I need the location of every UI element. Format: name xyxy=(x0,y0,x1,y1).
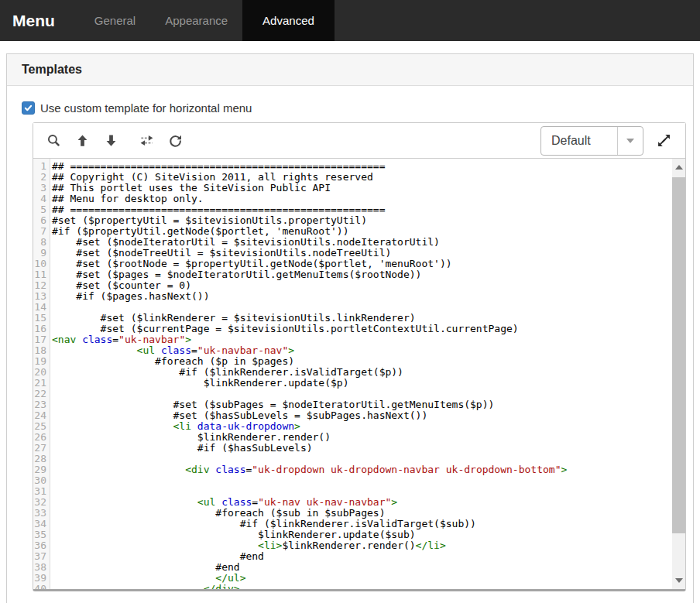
template-code-editor: Default 1## ============================ xyxy=(33,122,686,591)
code-line: 18 <ul class="uk-navbar-nav"> xyxy=(33,345,672,356)
line-number: 19 xyxy=(33,356,46,367)
line-number: 27 xyxy=(33,443,46,454)
code-lines: 1## ====================================… xyxy=(33,161,672,589)
line-number: 40 xyxy=(33,584,46,589)
search-icon xyxy=(46,133,61,148)
chevron-down-icon xyxy=(626,139,634,143)
code-line: 27 #if ($hasSubLevels) xyxy=(33,443,672,454)
refresh-button[interactable] xyxy=(167,133,183,149)
line-number: 8 xyxy=(33,237,46,248)
code-line: 10 #set ($rootNode = $propertyUtil.getNo… xyxy=(33,259,672,269)
scrollbar-up-button[interactable] xyxy=(672,159,685,176)
code-line: 40 </div> xyxy=(33,584,672,589)
code-line: 12 #set ($counter = 0) xyxy=(33,280,672,291)
line-number: 9 xyxy=(33,248,46,259)
scrollbar-track[interactable] xyxy=(672,159,685,589)
custom-template-checkbox[interactable] xyxy=(22,101,35,115)
line-number: 28 xyxy=(33,454,46,464)
expand-icon xyxy=(656,132,672,149)
code-line: 6#set ($propertyUtil = $sitevisionUtils.… xyxy=(33,215,672,226)
fullscreen-button[interactable] xyxy=(654,132,673,150)
code-line: 39 </ul> xyxy=(33,573,672,584)
code-line: 4## Menu for desktop only. xyxy=(33,194,672,204)
template-select[interactable]: Default xyxy=(540,126,643,156)
code-line: 2## Copyright (C) SiteVision 2011, all r… xyxy=(33,172,672,183)
templates-panel: Templates Use custom template for horizo… xyxy=(6,53,694,603)
scrollbar-down-button[interactable] xyxy=(672,572,685,589)
line-number: 32 xyxy=(33,497,46,508)
code-line: 33 #foreach ($sub in $subPages) xyxy=(33,508,672,519)
tab-appearance[interactable]: Appearance xyxy=(150,0,242,41)
line-number: 26 xyxy=(33,432,46,443)
line-number: 2 xyxy=(33,172,46,183)
line-number: 14 xyxy=(33,302,46,313)
scrollbar-thumb[interactable] xyxy=(672,177,685,533)
code-line: 32 <ul class="uk-nav uk-nav-navbar"> xyxy=(33,497,672,508)
line-number: 33 xyxy=(33,508,46,519)
line-number: 20 xyxy=(33,367,46,378)
line-number: 1 xyxy=(33,161,46,172)
code-line: 30 xyxy=(33,475,672,486)
code-line: 9 #set ($nodeTreeUtil = $sitevisionUtils… xyxy=(33,248,672,259)
tab-general[interactable]: General xyxy=(80,0,150,41)
search-button[interactable] xyxy=(46,133,61,149)
line-number: 3 xyxy=(33,183,46,194)
code-line: 8 #set ($nodeIteratorUtil = $sitevisionU… xyxy=(33,237,672,248)
line-number: 15 xyxy=(33,313,46,324)
find-previous-button[interactable] xyxy=(74,133,90,149)
code-line: 31 xyxy=(33,486,672,497)
line-number: 25 xyxy=(33,421,46,432)
section-title: Templates xyxy=(7,54,693,86)
line-number: 38 xyxy=(33,562,46,573)
line-number: 12 xyxy=(33,280,46,291)
code-line: 23 #set ($subPages = $nodeIteratorUtil.g… xyxy=(33,399,672,410)
code-line: 13 #if ($pages.hasNext()) xyxy=(33,291,672,302)
portlet-settings-topbar: Menu General Appearance Advanced xyxy=(0,0,700,41)
code-editor-textarea[interactable]: 1## ====================================… xyxy=(33,159,685,589)
find-next-button[interactable] xyxy=(103,133,118,149)
line-number: 17 xyxy=(33,334,46,345)
checkbox-label: Use custom template for horizontal menu xyxy=(40,101,252,115)
replace-button[interactable] xyxy=(139,133,154,149)
code-line: 37 #end xyxy=(33,551,672,562)
line-number: 11 xyxy=(33,269,46,280)
panel-body: Use custom template for horizontal menu xyxy=(7,86,693,591)
line-number: 16 xyxy=(33,324,46,334)
line-number: 13 xyxy=(33,291,46,302)
code-line: 7#if ($propertyUtil.getNode($portlet, 'm… xyxy=(33,226,672,237)
triangle-up-icon xyxy=(675,165,683,170)
line-number: 34 xyxy=(33,519,46,529)
line-number: 18 xyxy=(33,345,46,356)
template-select-caret[interactable] xyxy=(617,127,643,155)
settings-tabs: General Appearance Advanced xyxy=(80,0,335,41)
line-number: 7 xyxy=(33,226,46,237)
line-number: 36 xyxy=(33,540,46,551)
swap-arrows-icon xyxy=(139,133,154,148)
page-title: Menu xyxy=(0,0,69,41)
tab-advanced[interactable]: Advanced xyxy=(242,0,335,41)
code-line: 11 #set ($pages = $nodeIteratorUtil.getM… xyxy=(33,269,672,280)
code-line: 19 #foreach ($p in $pages) xyxy=(33,356,672,367)
line-number: 29 xyxy=(33,464,46,475)
arrow-down-icon xyxy=(104,133,118,148)
code-line: 16 #set ($currentPage = $sitevisionUtils… xyxy=(33,324,672,334)
code-line: 15 #set ($linkRenderer = $sitevisionUtil… xyxy=(33,313,672,324)
custom-template-checkbox-row[interactable]: Use custom template for horizontal menu xyxy=(22,101,693,115)
code-line: 29 <div class="uk-dropdown uk-dropdown-n… xyxy=(33,464,672,475)
arrow-up-icon xyxy=(75,133,90,148)
line-number: 24 xyxy=(33,410,46,421)
editor-toolbar: Default xyxy=(33,123,685,159)
code-line: 14 xyxy=(33,302,672,313)
code-line: 1## ====================================… xyxy=(33,161,672,172)
code-line: 28 xyxy=(33,454,672,464)
code-line: 24 #set ($hasSubLevels = $subPages.hasNe… xyxy=(33,410,672,421)
code-line: 22 xyxy=(33,389,672,399)
line-number: 35 xyxy=(33,529,46,540)
refresh-icon xyxy=(168,133,183,148)
line-number: 37 xyxy=(33,551,46,562)
line-number: 5 xyxy=(33,204,46,215)
line-number: 23 xyxy=(33,399,46,410)
triangle-down-icon xyxy=(675,578,683,583)
code-line: 34 #if ($linkRenderer.isValidTarget($sub… xyxy=(33,519,672,529)
line-number: 6 xyxy=(33,215,46,226)
